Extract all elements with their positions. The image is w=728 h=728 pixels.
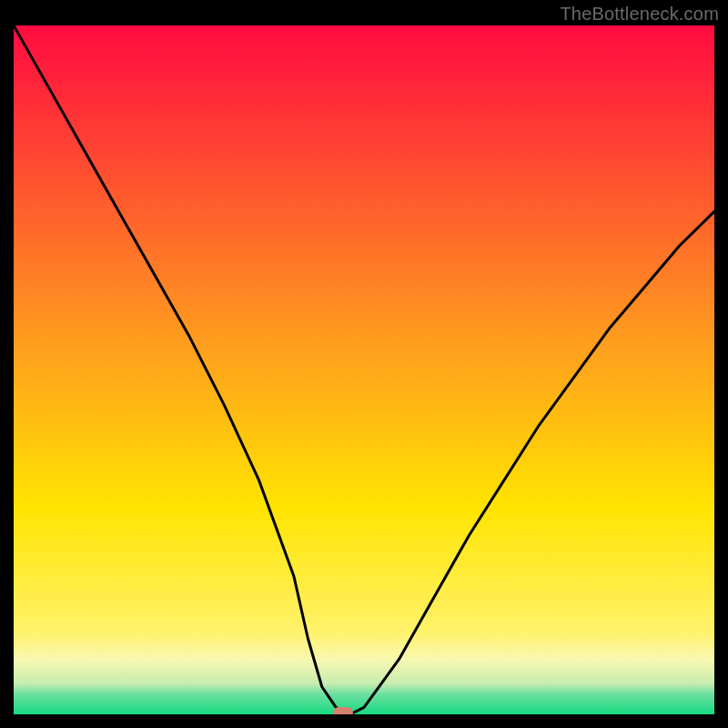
- svg-rect-0: [14, 25, 714, 714]
- attribution-text: TheBottleneck.com: [560, 4, 719, 25]
- plot-area: [14, 25, 714, 714]
- bottleneck-chart: [14, 25, 714, 714]
- optimum-marker: [333, 707, 353, 714]
- chart-container: TheBottleneck.com: [0, 0, 728, 728]
